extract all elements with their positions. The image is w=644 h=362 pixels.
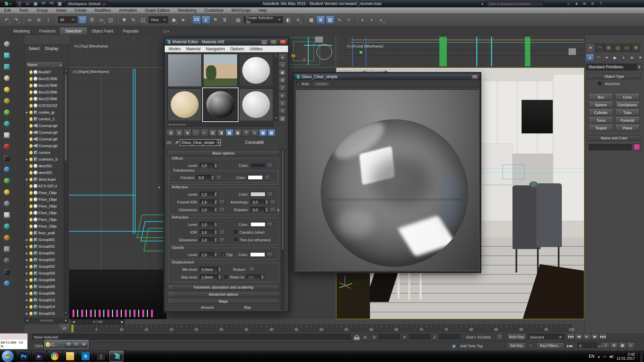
zoom-icon[interactable]: ＋ (602, 342, 609, 349)
reflection-color-swatch[interactable] (250, 192, 266, 197)
color-check-icon[interactable]: ✓ (279, 84, 286, 92)
key-mode-dropdown[interactable]: Selected▼ (528, 334, 564, 340)
maximize-icon[interactable]: □ (73, 342, 79, 347)
go-end-icon[interactable]: ▶▶▮ (599, 334, 607, 340)
taskbar-kmplayer[interactable]: ▶ (32, 351, 46, 362)
key-filters-button[interactable]: Key Filters... (537, 342, 564, 349)
diffuse-map-button[interactable] (267, 163, 273, 168)
taskbar-photoshop[interactable]: Ps (17, 351, 31, 362)
display-tab[interactable]: ▭ (622, 44, 631, 52)
scene-object-row[interactable]: Floor_Obje (26, 223, 63, 230)
viewport-label-front[interactable]: [+] [Front] [Wireframe] (347, 44, 383, 48)
visibility-bulb-icon[interactable] (30, 104, 33, 108)
favorites-icon[interactable]: ★ (574, 1, 580, 6)
material-navigator-icon[interactable]: ▦ (259, 129, 267, 136)
visibility-bulb-icon[interactable] (30, 151, 33, 155)
eyedropper-icon[interactable]: ✎ (174, 140, 179, 144)
mini-floating-window[interactable]: ☺ C... ❐ □ ✕ (44, 340, 89, 349)
spinner-snap-icon[interactable]: ⇅ (220, 15, 229, 24)
zoom-extents-icon[interactable]: ▣ (619, 342, 626, 349)
visibility-bulb-icon[interactable] (30, 225, 33, 228)
taskbar-chrome[interactable] (48, 351, 62, 362)
menu-edit[interactable]: Edit (0, 7, 15, 13)
scene-object-row[interactable]: ▶dverj-kupe (26, 176, 63, 183)
language-indicator[interactable]: EN (589, 354, 595, 359)
material-sample-slot[interactable] (167, 54, 202, 87)
timeline-mode-button[interactable]: ⇄ (59, 324, 70, 333)
scene-object-row[interactable]: ▶Group002 (26, 263, 63, 270)
thin-checkbox[interactable] (234, 238, 238, 242)
left-toolbar-icon[interactable] (2, 267, 11, 276)
scroll-down-icon[interactable]: ▼ (274, 117, 277, 121)
primitive-category-dropdown[interactable]: Standard Primitives ▼ (586, 64, 642, 70)
undo-icon[interactable]: ↶ (40, 1, 47, 7)
hidden-icons-arrow[interactable]: ▲ (597, 355, 600, 358)
scene-object-row[interactable]: Floor_Obje (26, 189, 63, 196)
refresh-icon[interactable]: ⟳ (590, 1, 596, 6)
material-sample-slot[interactable] (167, 88, 202, 122)
scene-object-row[interactable]: deer002 (26, 169, 63, 176)
visibility-bulb-icon[interactable] (30, 258, 33, 262)
shapes-icon[interactable]: ◠ (594, 54, 602, 61)
angle-snap-icon[interactable]: ∠ (202, 15, 210, 24)
opacity-level-spinner[interactable]: 1,0▲▼ (200, 252, 218, 257)
material-sample-slot[interactable] (203, 54, 237, 87)
undo-icon[interactable]: ↶▼ (2, 15, 11, 24)
reflection-glossiness-spinner[interactable]: 1,0▲▼ (200, 207, 218, 213)
background-icon[interactable]: ▦ (279, 69, 286, 76)
translucency-color-map-button[interactable] (264, 175, 270, 180)
ribbon-config-icon[interactable]: ⊡ ▾ (164, 29, 169, 35)
scene-object-row[interactable]: ▶Group014 (26, 303, 63, 310)
material-editor-titlebar[interactable]: Material Editor - Material #43 ▁ □ ✕ (165, 38, 288, 46)
visibility-bulb-icon[interactable] (30, 90, 33, 94)
volumetric-rollout[interactable]: + Volumetric absorption and scattering (167, 284, 279, 290)
scale-icon[interactable]: ◲▼ (139, 15, 147, 24)
named-sets-dropdown[interactable]: Create Selection Se▼ (244, 16, 283, 23)
viewport-label-top[interactable]: [+] [Top] [Wireframe] (74, 44, 108, 48)
systems-icon[interactable]: ✳ (636, 54, 644, 61)
maps-rollout[interactable]: - Maps (167, 298, 279, 304)
translucency-color-swatch[interactable] (248, 175, 263, 180)
left-toolbar-icon[interactable] (2, 131, 11, 139)
left-toolbar-icon[interactable] (2, 142, 11, 151)
visibility-bulb-icon[interactable] (30, 184, 33, 188)
ribbon-tab-freeform[interactable]: Freeform (35, 28, 60, 35)
create-tube-button[interactable]: Tube (615, 109, 640, 116)
taskbar-orange-app[interactable]: ʃ (94, 351, 108, 362)
volume-icon[interactable]: ◀)) (609, 355, 614, 358)
scene-explorer-toggle-icon[interactable]: ▦ (307, 15, 316, 24)
rendered-frame-icon[interactable]: ◗ (367, 15, 376, 24)
menu-views[interactable]: Views (52, 7, 70, 13)
open-file-icon[interactable]: ▱ (24, 1, 31, 7)
show-map-viewport-icon[interactable]: ▦ (225, 129, 233, 136)
scene-object-row[interactable]: Floor_Obje (26, 209, 63, 216)
assign-material-icon[interactable]: ◈ (183, 129, 192, 136)
object-type-rollout[interactable]: - Object Type (587, 74, 641, 79)
scene-object-row[interactable]: Floor_Obje (26, 196, 63, 203)
scene-object-row[interactable]: ▶Group002 (26, 256, 63, 263)
project-folder-icon[interactable]: ▦ (56, 1, 63, 7)
visibility-bulb-icon[interactable] (30, 84, 33, 87)
taskbar-3ds-max[interactable] (109, 351, 123, 362)
scrub-left-icon[interactable]: ◀ (72, 320, 75, 323)
visibility-bulb-icon[interactable] (30, 77, 33, 81)
material-sample-slot[interactable] (203, 88, 237, 122)
max-level-spinner[interactable]: 1,0mm▲▼ (200, 275, 222, 280)
opacity-map-button[interactable] (267, 252, 272, 257)
snap-toggle-icon[interactable]: 2.5▼ (192, 15, 201, 24)
menu-tools[interactable]: Tools (15, 7, 33, 13)
coord-system-dropdown[interactable]: View▼ (149, 16, 168, 23)
z-coordinate-field[interactable] (439, 334, 460, 340)
current-frame-field[interactable]: 0 (578, 343, 597, 349)
select-by-name-icon[interactable]: ☰ (88, 15, 96, 24)
go-parent-icon[interactable]: ↰ (242, 129, 250, 136)
basic-options-rollout[interactable]: - Basic options (167, 150, 279, 156)
auto-update-checkbox[interactable]: ✓ (296, 82, 300, 86)
workspace-dropdown[interactable]: Workspace: Default ▼ (66, 1, 108, 7)
put-material-icon[interactable]: ◎ (175, 129, 183, 136)
tiling-icon[interactable]: ⊞ (279, 77, 286, 84)
select-link-icon[interactable]: ∞ (25, 15, 34, 24)
visibility-bulb-icon[interactable] (30, 131, 33, 134)
create-pyramid-button[interactable]: Pyramid (615, 117, 640, 123)
tab-select[interactable]: Select (26, 46, 42, 51)
